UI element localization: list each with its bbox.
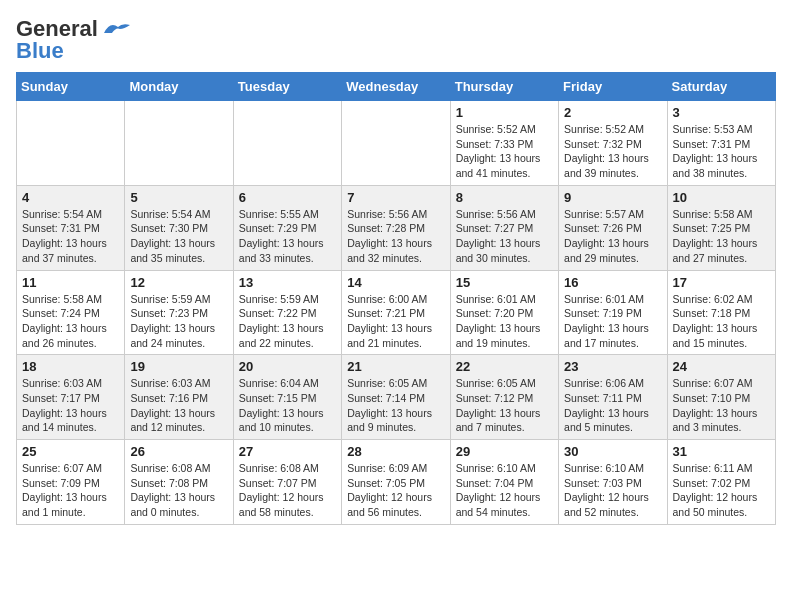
calendar-cell: 9Sunrise: 5:57 AMSunset: 7:26 PMDaylight… — [559, 185, 667, 270]
day-number: 27 — [239, 444, 336, 459]
calendar-table: SundayMondayTuesdayWednesdayThursdayFrid… — [16, 72, 776, 525]
calendar-cell: 14Sunrise: 6:00 AMSunset: 7:21 PMDayligh… — [342, 270, 450, 355]
day-detail: Sunrise: 5:56 AMSunset: 7:27 PMDaylight:… — [456, 207, 553, 266]
day-number: 18 — [22, 359, 119, 374]
day-detail: Sunrise: 6:03 AMSunset: 7:16 PMDaylight:… — [130, 376, 227, 435]
weekday-header-monday: Monday — [125, 73, 233, 101]
day-detail: Sunrise: 6:06 AMSunset: 7:11 PMDaylight:… — [564, 376, 661, 435]
day-detail: Sunrise: 5:58 AMSunset: 7:25 PMDaylight:… — [673, 207, 770, 266]
day-detail: Sunrise: 5:59 AMSunset: 7:23 PMDaylight:… — [130, 292, 227, 351]
day-number: 19 — [130, 359, 227, 374]
day-number: 7 — [347, 190, 444, 205]
calendar-cell — [125, 101, 233, 186]
calendar-cell: 27Sunrise: 6:08 AMSunset: 7:07 PMDayligh… — [233, 440, 341, 525]
weekday-header-wednesday: Wednesday — [342, 73, 450, 101]
day-number: 10 — [673, 190, 770, 205]
calendar-cell: 8Sunrise: 5:56 AMSunset: 7:27 PMDaylight… — [450, 185, 558, 270]
day-number: 11 — [22, 275, 119, 290]
logo-blue-text: Blue — [16, 38, 64, 64]
calendar-cell: 19Sunrise: 6:03 AMSunset: 7:16 PMDayligh… — [125, 355, 233, 440]
calendar-cell — [342, 101, 450, 186]
day-number: 14 — [347, 275, 444, 290]
calendar-cell: 17Sunrise: 6:02 AMSunset: 7:18 PMDayligh… — [667, 270, 775, 355]
weekday-header-thursday: Thursday — [450, 73, 558, 101]
day-detail: Sunrise: 6:02 AMSunset: 7:18 PMDaylight:… — [673, 292, 770, 351]
calendar-cell: 21Sunrise: 6:05 AMSunset: 7:14 PMDayligh… — [342, 355, 450, 440]
calendar-cell: 6Sunrise: 5:55 AMSunset: 7:29 PMDaylight… — [233, 185, 341, 270]
weekday-header-tuesday: Tuesday — [233, 73, 341, 101]
day-detail: Sunrise: 5:52 AMSunset: 7:32 PMDaylight:… — [564, 122, 661, 181]
calendar-cell: 1Sunrise: 5:52 AMSunset: 7:33 PMDaylight… — [450, 101, 558, 186]
day-number: 20 — [239, 359, 336, 374]
day-number: 15 — [456, 275, 553, 290]
calendar-cell: 15Sunrise: 6:01 AMSunset: 7:20 PMDayligh… — [450, 270, 558, 355]
day-number: 24 — [673, 359, 770, 374]
day-detail: Sunrise: 6:08 AMSunset: 7:07 PMDaylight:… — [239, 461, 336, 520]
calendar-week-row: 18Sunrise: 6:03 AMSunset: 7:17 PMDayligh… — [17, 355, 776, 440]
calendar-cell: 24Sunrise: 6:07 AMSunset: 7:10 PMDayligh… — [667, 355, 775, 440]
day-number: 28 — [347, 444, 444, 459]
calendar-cell: 4Sunrise: 5:54 AMSunset: 7:31 PMDaylight… — [17, 185, 125, 270]
day-detail: Sunrise: 6:07 AMSunset: 7:10 PMDaylight:… — [673, 376, 770, 435]
day-detail: Sunrise: 6:09 AMSunset: 7:05 PMDaylight:… — [347, 461, 444, 520]
calendar-week-row: 11Sunrise: 5:58 AMSunset: 7:24 PMDayligh… — [17, 270, 776, 355]
calendar-cell: 12Sunrise: 5:59 AMSunset: 7:23 PMDayligh… — [125, 270, 233, 355]
day-detail: Sunrise: 5:52 AMSunset: 7:33 PMDaylight:… — [456, 122, 553, 181]
day-detail: Sunrise: 5:56 AMSunset: 7:28 PMDaylight:… — [347, 207, 444, 266]
day-detail: Sunrise: 6:05 AMSunset: 7:12 PMDaylight:… — [456, 376, 553, 435]
weekday-header-sunday: Sunday — [17, 73, 125, 101]
weekday-header-row: SundayMondayTuesdayWednesdayThursdayFrid… — [17, 73, 776, 101]
day-detail: Sunrise: 6:10 AMSunset: 7:04 PMDaylight:… — [456, 461, 553, 520]
calendar-cell: 30Sunrise: 6:10 AMSunset: 7:03 PMDayligh… — [559, 440, 667, 525]
calendar-cell — [233, 101, 341, 186]
day-number: 23 — [564, 359, 661, 374]
calendar-cell: 11Sunrise: 5:58 AMSunset: 7:24 PMDayligh… — [17, 270, 125, 355]
day-detail: Sunrise: 6:05 AMSunset: 7:14 PMDaylight:… — [347, 376, 444, 435]
day-number: 9 — [564, 190, 661, 205]
calendar-cell: 7Sunrise: 5:56 AMSunset: 7:28 PMDaylight… — [342, 185, 450, 270]
day-number: 22 — [456, 359, 553, 374]
day-number: 25 — [22, 444, 119, 459]
day-number: 30 — [564, 444, 661, 459]
day-number: 13 — [239, 275, 336, 290]
weekday-header-saturday: Saturday — [667, 73, 775, 101]
day-detail: Sunrise: 5:58 AMSunset: 7:24 PMDaylight:… — [22, 292, 119, 351]
calendar-cell: 2Sunrise: 5:52 AMSunset: 7:32 PMDaylight… — [559, 101, 667, 186]
calendar-cell: 25Sunrise: 6:07 AMSunset: 7:09 PMDayligh… — [17, 440, 125, 525]
calendar-cell: 22Sunrise: 6:05 AMSunset: 7:12 PMDayligh… — [450, 355, 558, 440]
day-number: 21 — [347, 359, 444, 374]
calendar-cell: 18Sunrise: 6:03 AMSunset: 7:17 PMDayligh… — [17, 355, 125, 440]
day-detail: Sunrise: 5:57 AMSunset: 7:26 PMDaylight:… — [564, 207, 661, 266]
page-header: General Blue — [16, 16, 776, 64]
day-detail: Sunrise: 6:03 AMSunset: 7:17 PMDaylight:… — [22, 376, 119, 435]
calendar-cell: 26Sunrise: 6:08 AMSunset: 7:08 PMDayligh… — [125, 440, 233, 525]
day-detail: Sunrise: 6:01 AMSunset: 7:20 PMDaylight:… — [456, 292, 553, 351]
day-number: 26 — [130, 444, 227, 459]
day-number: 6 — [239, 190, 336, 205]
weekday-header-friday: Friday — [559, 73, 667, 101]
calendar-week-row: 25Sunrise: 6:07 AMSunset: 7:09 PMDayligh… — [17, 440, 776, 525]
logo: General Blue — [16, 16, 132, 64]
day-number: 31 — [673, 444, 770, 459]
day-detail: Sunrise: 6:07 AMSunset: 7:09 PMDaylight:… — [22, 461, 119, 520]
day-number: 8 — [456, 190, 553, 205]
calendar-cell: 20Sunrise: 6:04 AMSunset: 7:15 PMDayligh… — [233, 355, 341, 440]
day-detail: Sunrise: 6:01 AMSunset: 7:19 PMDaylight:… — [564, 292, 661, 351]
day-detail: Sunrise: 5:54 AMSunset: 7:30 PMDaylight:… — [130, 207, 227, 266]
day-number: 1 — [456, 105, 553, 120]
calendar-cell: 31Sunrise: 6:11 AMSunset: 7:02 PMDayligh… — [667, 440, 775, 525]
day-number: 4 — [22, 190, 119, 205]
day-detail: Sunrise: 6:10 AMSunset: 7:03 PMDaylight:… — [564, 461, 661, 520]
day-detail: Sunrise: 6:11 AMSunset: 7:02 PMDaylight:… — [673, 461, 770, 520]
calendar-cell: 3Sunrise: 5:53 AMSunset: 7:31 PMDaylight… — [667, 101, 775, 186]
calendar-cell: 5Sunrise: 5:54 AMSunset: 7:30 PMDaylight… — [125, 185, 233, 270]
day-number: 3 — [673, 105, 770, 120]
day-detail: Sunrise: 6:08 AMSunset: 7:08 PMDaylight:… — [130, 461, 227, 520]
calendar-cell — [17, 101, 125, 186]
day-number: 2 — [564, 105, 661, 120]
day-number: 12 — [130, 275, 227, 290]
calendar-cell: 10Sunrise: 5:58 AMSunset: 7:25 PMDayligh… — [667, 185, 775, 270]
day-detail: Sunrise: 6:04 AMSunset: 7:15 PMDaylight:… — [239, 376, 336, 435]
logo-bird-icon — [102, 19, 132, 39]
calendar-cell: 16Sunrise: 6:01 AMSunset: 7:19 PMDayligh… — [559, 270, 667, 355]
